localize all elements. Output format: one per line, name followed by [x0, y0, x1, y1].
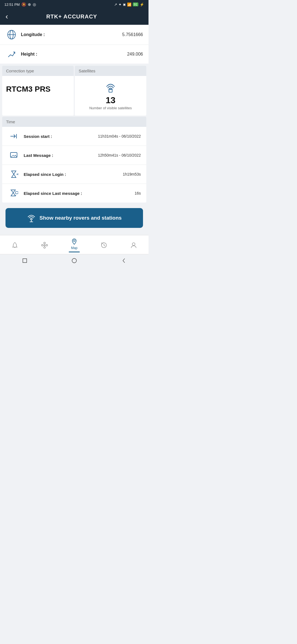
show-nearby-label: Show nearby rovers and stations: [40, 215, 122, 221]
svg-point-4: [110, 89, 111, 90]
circle-icon: ◎: [33, 2, 36, 7]
elapsed-login-label: Elapsed since Login :: [24, 172, 123, 177]
nav-map-label: Map: [71, 246, 77, 250]
svg-point-24: [73, 240, 75, 242]
svg-rect-27: [23, 259, 27, 263]
mute-icon: 🔕: [21, 2, 26, 7]
elapsed-login-icon: [8, 170, 20, 179]
satellites-description: Number of visible satellites: [89, 106, 132, 110]
android-back-button[interactable]: [121, 258, 127, 264]
longitude-value: 5.7561666: [122, 32, 143, 37]
back-button[interactable]: ‹: [6, 13, 8, 20]
elapsed-login-value: 1h19m53s: [123, 172, 141, 176]
page-title: RTK+ ACCURACY: [12, 13, 131, 20]
elapsed-login-row: Elapsed since Login : 1h19m53s: [2, 165, 146, 184]
svg-rect-13: [15, 192, 18, 194]
session-start-icon: [8, 132, 20, 141]
longitude-icon: [6, 30, 18, 40]
svg-point-15: [31, 218, 32, 220]
android-square-button[interactable]: [22, 258, 28, 264]
nav-history[interactable]: [96, 242, 112, 249]
show-nearby-rovers-button[interactable]: Show nearby rovers and stations: [6, 208, 143, 228]
android-home-button[interactable]: [71, 258, 77, 264]
wifi-icon: 📶: [127, 2, 131, 7]
nav-alerts[interactable]: [7, 242, 23, 249]
location-card: Longitude : 5.7561666 Height : 249.006: [0, 25, 148, 64]
svg-point-19: [46, 244, 48, 246]
android-nav-bar: [0, 254, 148, 267]
nav-profile[interactable]: [125, 242, 142, 249]
longitude-row: Longitude : 5.7561666: [0, 25, 148, 45]
elapsed-message-value: 16s: [134, 191, 141, 195]
two-col-section: Correction type RTCM3 PRS Satellites: [2, 66, 146, 116]
satellites-count: 13: [106, 95, 116, 105]
charging-icon: ⚡: [140, 2, 144, 7]
nav-map-indicator: [69, 252, 80, 252]
satellites-body: 13 Number of visible satellites: [75, 76, 146, 116]
satellites-header: Satellites: [75, 66, 146, 76]
longitude-label: Longitude :: [21, 32, 122, 37]
time-section-header: Time: [2, 117, 146, 127]
main-content: Longitude : 5.7561666 Height : 249.006 C…: [0, 25, 148, 235]
session-start-label: Session start :: [24, 134, 98, 139]
session-start-row: Session start : 11h31m04s - 06/10/2022: [2, 127, 146, 146]
nav-map[interactable]: Map: [66, 238, 82, 252]
status-icons: ↗ ✦ ▣ 📶 91 ⚡: [114, 2, 144, 7]
app-header: ‹ RTK+ ACCURACY: [0, 8, 148, 25]
svg-point-26: [132, 243, 135, 245]
location-arrow-icon: ↗: [114, 2, 117, 7]
nav-mesh[interactable]: [36, 242, 53, 249]
battery-icon: ▣: [123, 3, 126, 6]
satellite-signal-icon: [103, 80, 118, 94]
svg-point-18: [42, 244, 43, 246]
height-icon: [6, 50, 18, 59]
svg-point-20: [44, 242, 45, 244]
elapsed-message-icon: [8, 189, 20, 198]
correction-type-value: RTCM3 PRS: [6, 85, 51, 94]
svg-point-28: [72, 258, 76, 263]
last-message-icon: [8, 151, 20, 160]
time-text: 12:51 PM: [4, 2, 20, 7]
last-message-label: Last Message :: [24, 153, 98, 158]
bluetooth-icon: ✦: [119, 2, 122, 7]
height-row: Height : 249.006: [0, 45, 148, 64]
last-message-value: 12h50m41s - 06/10/2022: [98, 153, 141, 157]
correction-type-card: Correction type RTCM3 PRS: [2, 66, 74, 116]
svg-line-14: [15, 195, 16, 196]
svg-point-21: [44, 247, 45, 248]
battery-percent: 91: [133, 2, 138, 6]
bottom-nav: Map: [0, 235, 148, 254]
location-icon: ⊕: [28, 2, 31, 7]
time-section: Time Session start : 11h31m04s - 06/10/2…: [2, 117, 146, 203]
satellites-card: Satellites 13 Number of visible s: [75, 66, 146, 116]
height-value: 249.006: [127, 52, 143, 57]
correction-type-body: RTCM3 PRS: [2, 76, 74, 109]
button-container: Show nearby rovers and stations: [0, 204, 148, 232]
last-message-row: Last Message : 12h50m41s - 06/10/2022: [2, 146, 146, 165]
elapsed-message-label: Elapsed since Last message :: [24, 191, 134, 196]
correction-type-header: Correction type: [2, 66, 74, 76]
status-time: 12:51 PM 🔕 ⊕ ◎: [4, 2, 36, 7]
session-start-value: 11h31m04s - 06/10/2022: [98, 134, 141, 138]
height-label: Height :: [21, 52, 127, 57]
rover-antenna-icon: [27, 214, 36, 222]
elapsed-message-row: Elapsed since Last message : 16s: [2, 184, 146, 203]
status-bar: 12:51 PM 🔕 ⊕ ◎ ↗ ✦ ▣ 📶 91 ⚡: [0, 0, 148, 8]
